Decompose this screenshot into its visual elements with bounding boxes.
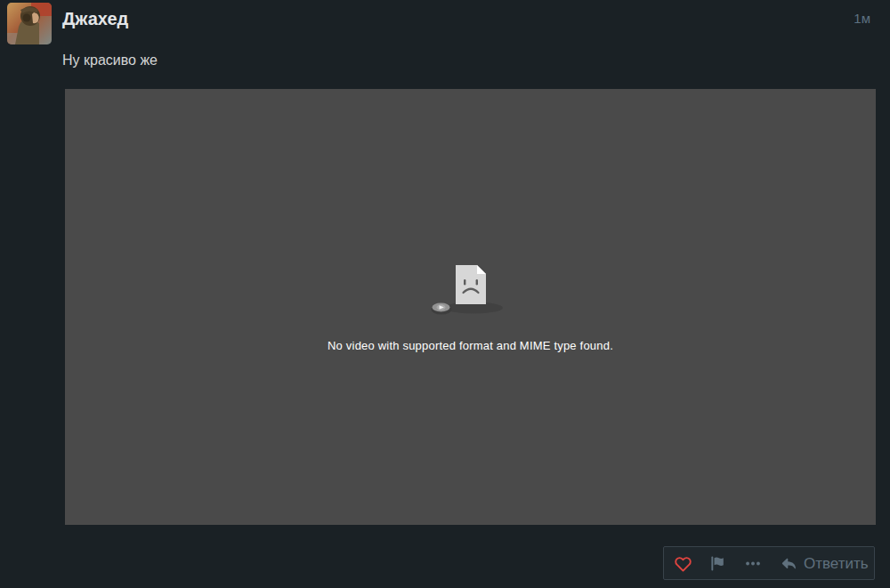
flag-button[interactable] [709,555,726,572]
flag-icon [709,555,726,572]
post-action-bar: Ответить [663,546,875,580]
heart-icon [675,555,692,572]
post-timestamp[interactable]: 1м [854,11,870,26]
video-player[interactable]: No video with supported format and MIME … [65,89,876,525]
reply-button[interactable]: Ответить [781,555,869,572]
more-options-button[interactable] [744,555,762,572]
post-author[interactable]: Джахед [62,9,128,29]
video-error-message: No video with supported format and MIME … [328,339,613,352]
post-body-text: Ну красиво же [62,52,158,69]
ellipsis-icon [744,555,762,572]
video-error-overlay: No video with supported format and MIME … [328,262,613,352]
broken-media-sad-file-icon [429,262,511,319]
avatar[interactable] [7,3,52,44]
avatar-image [7,3,52,44]
reply-arrow-icon [781,555,797,572]
reply-label: Ответить [804,555,869,571]
comment-post: Джахед 1м Ну красиво же No video with su… [0,0,890,588]
like-button[interactable] [675,555,692,572]
